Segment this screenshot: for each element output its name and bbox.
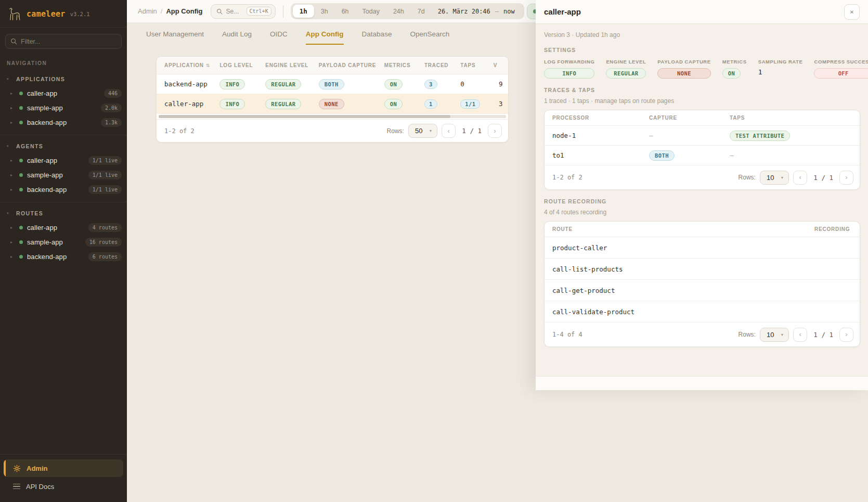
caret-down-icon: ▼ (780, 176, 784, 179)
rows-per-page-select[interactable]: 10 ▼ (760, 171, 789, 185)
tab-audit-log[interactable]: Audit Log (222, 30, 252, 45)
table-header-row: ROUTE RECORDING (545, 222, 860, 237)
section-header-applications[interactable]: ▾ APPLICATIONS (0, 72, 127, 86)
table-row-backend-app[interactable]: backend-app INFO REGULAR BOTH ON 3 0 9 (157, 74, 508, 94)
live-badge: 1/1 live (88, 171, 122, 179)
column-header-metrics: METRICS (384, 62, 424, 68)
sidebar-item-route[interactable]: ▸ sample-app 16 routes (0, 235, 127, 249)
table-row-to1[interactable]: to1 BOTH — (545, 146, 860, 165)
tab-oidc[interactable]: OIDC (270, 30, 288, 45)
sidebar-item-route[interactable]: ▸ backend-app 6 routes (0, 249, 127, 264)
scrollbar-thumb[interactable] (159, 115, 450, 118)
settings-section-title: SETTINGS (544, 47, 860, 53)
row-range-text: 1-2 of 2 (552, 174, 582, 181)
sidebar-item-application[interactable]: ▸ caller-app 446 (0, 86, 127, 100)
next-page-button[interactable]: › (488, 124, 502, 138)
chevron-right-icon[interactable]: ▸ (10, 158, 15, 163)
column-header-application[interactable]: APPLICATION⇅ (164, 62, 219, 68)
breadcrumb-parent[interactable]: Admin (138, 7, 157, 15)
chevron-right-icon[interactable]: ▸ (10, 187, 15, 192)
column-header-capture: CAPTURE (649, 115, 730, 121)
prev-page-button[interactable]: ‹ (793, 171, 807, 185)
keyboard-shortcut-badge: Ctrl+K (247, 7, 271, 16)
column-header-payload-capture: PAYLOAD CAPTURE (319, 62, 384, 68)
time-range-control: 1h 3h 6h Today 24h 7d 26. März 20:46 — n… (291, 3, 524, 19)
column-header-log-level: LOG LEVEL (219, 62, 265, 68)
time-range-1h[interactable]: 1h (293, 5, 314, 18)
nav-section-label: NAVIGATION (0, 51, 127, 68)
sidebar-item-route[interactable]: ▸ caller-app 4 routes (0, 220, 127, 235)
next-page-button[interactable]: › (839, 171, 853, 185)
logo: cameleer v3.2.1 (0, 0, 127, 28)
time-range-6h[interactable]: 6h (335, 5, 356, 18)
payload-capture-badge: NONE (657, 68, 710, 79)
chevron-right-icon[interactable]: ▸ (10, 120, 15, 125)
row-range-text: 1-4 of 4 (552, 331, 582, 338)
time-range-3h[interactable]: 3h (314, 5, 335, 18)
page-indicator: 1 / 1 (813, 331, 833, 339)
status-dot (19, 255, 23, 259)
tab-user-management[interactable]: User Management (146, 30, 204, 45)
prev-page-button[interactable]: ‹ (793, 328, 807, 342)
sidebar-item-agent[interactable]: ▸ sample-app 1/1 live (0, 168, 127, 182)
field-payload-capture: PAYLOAD CAPTURE NONE (657, 59, 710, 79)
section-header-routes[interactable]: ▾ ROUTES (0, 207, 127, 220)
chevron-right-icon[interactable]: ▸ (10, 91, 15, 96)
time-range-7d[interactable]: 7d (411, 5, 432, 18)
sort-icon[interactable]: ⇅ (206, 63, 210, 68)
rows-per-page-select[interactable]: 50 ▼ (408, 124, 437, 138)
table-row-node-1[interactable]: node-1 — TEST ATTRIBUTE (545, 126, 860, 146)
tab-opensearch[interactable]: OpenSearch (410, 30, 449, 45)
tab-database[interactable]: Database (362, 30, 392, 45)
search-input[interactable] (226, 8, 243, 15)
column-header-recording: RECORDING (814, 226, 860, 232)
page-indicator: 1 / 1 (813, 174, 833, 182)
table-row-caller-app[interactable]: caller-app INFO REGULAR NONE ON 1 1/1 3 (157, 94, 508, 114)
sidebar-item-agent[interactable]: ▸ backend-app 1/1 live (0, 182, 127, 197)
column-header-version: V (494, 62, 508, 68)
settings-fields: LOG FORWARDING INFO ENGINE LEVEL REGULAR… (544, 59, 860, 79)
chevron-right-icon[interactable]: ▸ (10, 106, 15, 110)
payload-capture-badge: NONE (319, 99, 344, 109)
sidebar-item-api-docs[interactable]: API Docs (4, 478, 123, 495)
traces-meta: 1 traced · 1 taps · manage taps on route… (544, 97, 860, 105)
sidebar-item-admin[interactable]: Admin (4, 459, 123, 477)
field-metrics: METRICS ON (722, 59, 747, 79)
tab-app-config[interactable]: App Config (306, 30, 344, 45)
chevron-right-icon[interactable]: ▸ (10, 225, 15, 230)
next-page-button[interactable]: › (839, 328, 853, 342)
column-header-processor: PROCESSOR (552, 115, 649, 121)
rows-per-page-select[interactable]: 10 ▼ (760, 328, 789, 342)
time-display[interactable]: 26. März 20:46 — now (432, 8, 522, 15)
section-header-agents[interactable]: ▾ AGENTS (0, 139, 127, 153)
caret-down-icon: ▼ (429, 129, 432, 133)
chevron-right-icon[interactable]: ▸ (10, 240, 15, 244)
sidebar-item-agent[interactable]: ▸ caller-app 1/1 live (0, 153, 127, 168)
column-header-taps: TAPS (460, 62, 493, 68)
rows-label: Rows: (739, 331, 756, 338)
traced-badge: 1 (424, 99, 437, 109)
prev-page-button[interactable]: ‹ (442, 124, 456, 138)
sidebar-item-application[interactable]: ▸ sample-app 2.0k (0, 100, 127, 115)
toggle-knob (805, 249, 813, 257)
sampling-rate-value: 1 (758, 68, 803, 76)
filter-input[interactable] (21, 38, 116, 45)
toggle-knob (805, 270, 813, 278)
routes-badge: 4 routes (88, 223, 122, 232)
time-range-24h[interactable]: 24h (386, 5, 411, 18)
caret-down-icon: ▼ (780, 333, 784, 337)
sidebar-filter[interactable] (5, 34, 122, 49)
global-search[interactable]: Ctrl+K (211, 4, 276, 19)
time-range-today[interactable]: Today (356, 5, 386, 18)
chevron-right-icon[interactable]: ▸ (10, 254, 15, 259)
close-icon[interactable]: × (844, 4, 860, 20)
horizontal-scrollbar[interactable] (159, 115, 506, 118)
breadcrumb: Admin / App Config (138, 7, 203, 15)
nav-section-agents: ▾ AGENTS ▸ caller-app 1/1 live ▸ sample-… (0, 135, 127, 202)
app-version: v3.2.1 (70, 11, 90, 17)
compress-success-badge: OFF (814, 68, 868, 79)
sidebar-item-application[interactable]: ▸ backend-app 1.3k (0, 115, 127, 130)
tap-badge: TEST ATTRIBUTE (730, 131, 790, 141)
status-dot (19, 240, 23, 244)
chevron-right-icon[interactable]: ▸ (10, 173, 15, 177)
